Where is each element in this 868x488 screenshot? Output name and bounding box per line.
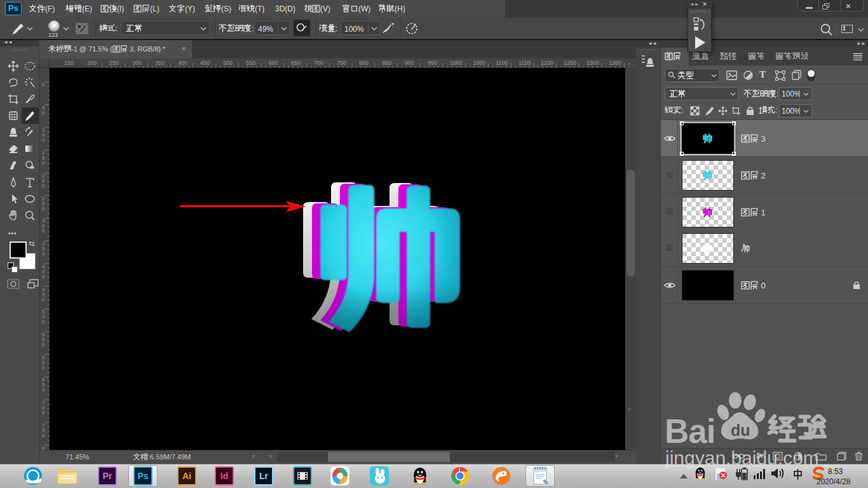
svg-text:du: du xyxy=(731,421,750,439)
